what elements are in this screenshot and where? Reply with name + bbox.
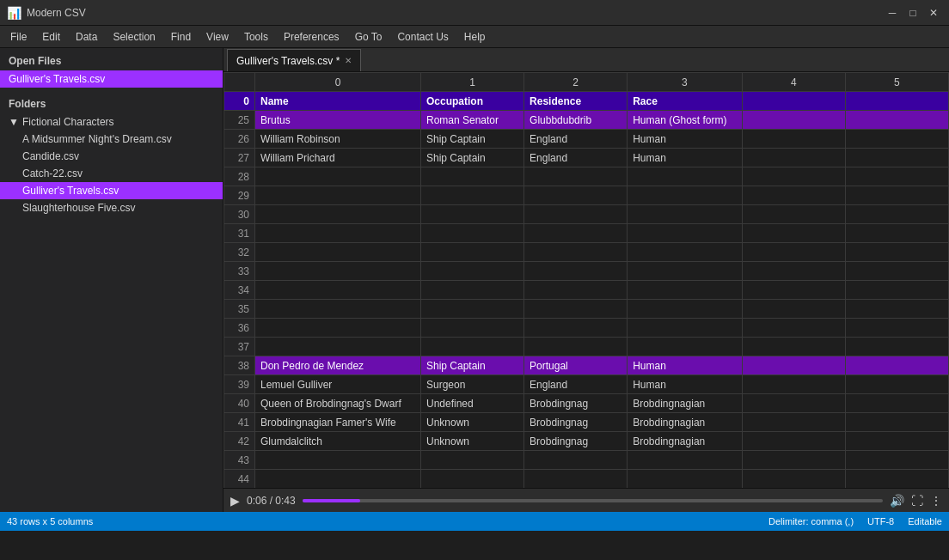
table-cell[interactable]	[845, 167, 948, 186]
tab-close-button[interactable]: ✕	[345, 56, 352, 65]
table-cell[interactable]	[420, 262, 523, 281]
table-cell[interactable]	[255, 243, 421, 262]
table-cell[interactable]	[845, 92, 948, 111]
table-cell[interactable]: Glumdalclitch	[255, 432, 421, 451]
table-cell[interactable]: Brutus	[255, 111, 421, 130]
table-cell[interactable]: Ship Captain	[420, 130, 523, 149]
table-cell[interactable]	[628, 319, 743, 338]
table-cell[interactable]	[845, 149, 948, 167]
menu-item-selection[interactable]: Selection	[106, 29, 162, 45]
table-cell[interactable]	[845, 338, 948, 356]
table-cell[interactable]	[524, 451, 628, 470]
table-cell[interactable]	[420, 451, 523, 470]
table-cell[interactable]	[845, 130, 948, 149]
table-cell[interactable]	[420, 319, 523, 338]
table-cell[interactable]: Brobdingnag	[524, 394, 628, 413]
table-cell[interactable]	[742, 262, 845, 281]
table-cell[interactable]: Name	[255, 92, 421, 111]
table-cell[interactable]	[742, 149, 845, 167]
table-cell[interactable]	[524, 186, 628, 205]
table-cell[interactable]	[845, 224, 948, 243]
table-cell[interactable]: Surgeon	[420, 375, 523, 394]
table-cell[interactable]	[628, 186, 743, 205]
table-cell[interactable]	[420, 470, 523, 489]
table-cell[interactable]	[742, 394, 845, 413]
table-cell[interactable]	[255, 224, 421, 243]
table-cell[interactable]	[255, 470, 421, 489]
maximize-button[interactable]: □	[904, 4, 921, 21]
menu-item-preferences[interactable]: Preferences	[277, 29, 346, 45]
table-cell[interactable]	[420, 281, 523, 300]
menu-item-go-to[interactable]: Go To	[348, 29, 389, 45]
play-button[interactable]: ▶	[230, 494, 240, 508]
table-cell[interactable]: Human	[628, 356, 743, 375]
menu-item-contact-us[interactable]: Contact Us	[390, 29, 455, 45]
table-cell[interactable]	[845, 413, 948, 432]
table-cell[interactable]	[420, 205, 523, 224]
table-cell[interactable]	[742, 451, 845, 470]
table-cell[interactable]	[628, 224, 743, 243]
table-cell[interactable]	[742, 300, 845, 319]
table-cell[interactable]	[742, 281, 845, 300]
table-cell[interactable]: Queen of Brobdingnag's Dwarf	[255, 394, 421, 413]
menu-item-file[interactable]: File	[3, 29, 34, 45]
table-cell[interactable]	[845, 394, 948, 413]
table-cell[interactable]: Occupation	[420, 92, 523, 111]
table-cell[interactable]	[524, 243, 628, 262]
table-cell[interactable]: Glubbdubdrib	[524, 111, 628, 130]
table-cell[interactable]	[420, 167, 523, 186]
table-cell[interactable]: William Prichard	[255, 149, 421, 167]
table-cell[interactable]	[845, 111, 948, 130]
table-cell[interactable]: Race	[628, 92, 743, 111]
table-cell[interactable]	[845, 262, 948, 281]
table-cell[interactable]: England	[524, 375, 628, 394]
table-cell[interactable]	[742, 111, 845, 130]
more-options-icon[interactable]: ⋮	[930, 494, 942, 508]
sidebar-sub-file[interactable]: Catch-22.csv	[0, 165, 223, 182]
table-cell[interactable]: Undefined	[420, 394, 523, 413]
spreadsheet[interactable]: 012345 0NameOccupationResidenceRace25Bru…	[223, 72, 949, 488]
table-cell[interactable]	[742, 205, 845, 224]
table-cell[interactable]	[524, 224, 628, 243]
table-cell[interactable]	[628, 167, 743, 186]
table-cell[interactable]: Ship Captain	[420, 356, 523, 375]
table-cell[interactable]: Human	[628, 375, 743, 394]
table-cell[interactable]	[742, 224, 845, 243]
table-cell[interactable]	[524, 338, 628, 356]
table-cell[interactable]	[845, 451, 948, 470]
table-cell[interactable]: William Robinson	[255, 130, 421, 149]
table-cell[interactable]	[420, 243, 523, 262]
table-cell[interactable]	[524, 281, 628, 300]
table-cell[interactable]: Brobdingnag	[524, 432, 628, 451]
table-cell[interactable]	[420, 300, 523, 319]
table-cell[interactable]	[742, 130, 845, 149]
active-tab[interactable]: Gulliver's Travels.csv * ✕	[227, 49, 361, 71]
progress-bar-container[interactable]	[303, 499, 883, 502]
table-cell[interactable]: Brobdingnagian	[628, 413, 743, 432]
table-cell[interactable]	[255, 186, 421, 205]
table-cell[interactable]	[742, 167, 845, 186]
sidebar-active-file[interactable]: Gulliver's Travels.csv	[0, 70, 223, 88]
table-cell[interactable]	[628, 281, 743, 300]
folder-fictional-characters[interactable]: ▼ Fictional Characters	[0, 113, 223, 131]
table-cell[interactable]	[845, 356, 948, 375]
table-cell[interactable]	[742, 243, 845, 262]
table-cell[interactable]	[628, 338, 743, 356]
table-cell[interactable]: Human (Ghost form)	[628, 111, 743, 130]
table-cell[interactable]	[742, 186, 845, 205]
table-cell[interactable]	[845, 470, 948, 489]
table-cell[interactable]	[628, 243, 743, 262]
table-cell[interactable]	[742, 319, 845, 338]
table-cell[interactable]	[420, 186, 523, 205]
table-cell[interactable]: Unknown	[420, 413, 523, 432]
table-cell[interactable]	[845, 319, 948, 338]
table-cell[interactable]	[255, 338, 421, 356]
table-cell[interactable]	[628, 300, 743, 319]
table-cell[interactable]	[255, 205, 421, 224]
sidebar-sub-file[interactable]: A Midsummer Night's Dream.csv	[0, 131, 223, 148]
sidebar-sub-file[interactable]: Gulliver's Travels.csv	[0, 182, 223, 199]
table-cell[interactable]	[742, 413, 845, 432]
table-cell[interactable]	[742, 432, 845, 451]
sidebar-sub-file[interactable]: Slaughterhouse Five.csv	[0, 199, 223, 216]
table-cell[interactable]: England	[524, 149, 628, 167]
